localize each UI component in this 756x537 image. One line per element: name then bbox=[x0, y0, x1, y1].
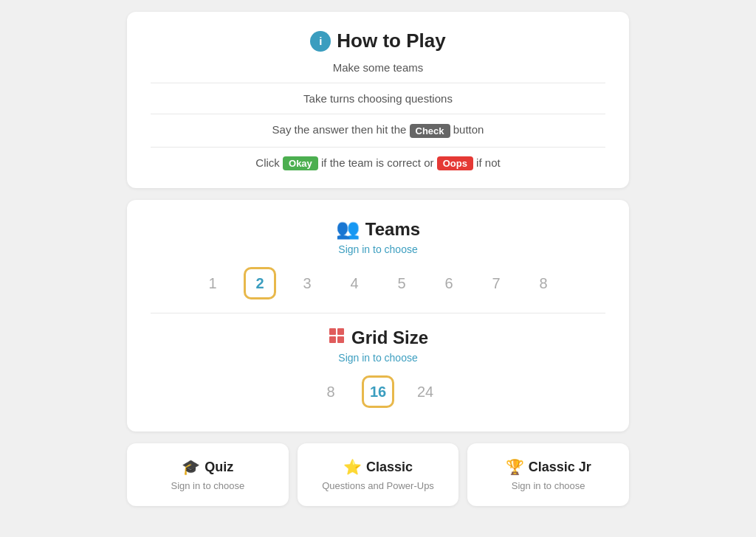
teams-icon: 👥 bbox=[336, 218, 360, 240]
classic-subtitle: Questions and Power-Ups bbox=[309, 480, 447, 491]
mode-card-classic-jr[interactable]: 🏆 Classic Jr Sign in to choose bbox=[467, 443, 629, 506]
grid-size-icon bbox=[328, 327, 346, 349]
quiz-title: Quiz bbox=[205, 460, 233, 475]
classic-jr-title: Classic Jr bbox=[529, 460, 591, 475]
teams-number-2[interactable]: 2 bbox=[244, 267, 276, 299]
teams-number-1[interactable]: 1 bbox=[196, 267, 229, 299]
quiz-icon: 🎓 bbox=[182, 458, 200, 476]
classic-jr-subtitle: Sign in to choose bbox=[479, 480, 617, 491]
grid-number-16[interactable]: 16 bbox=[362, 375, 394, 408]
svg-rect-0 bbox=[329, 328, 336, 335]
classic-jr-icon: 🏆 bbox=[506, 458, 524, 476]
okay-badge: Okay bbox=[283, 156, 318, 170]
mode-cards-row: 🎓 Quiz Sign in to choose ⭐ Classic Quest… bbox=[127, 443, 629, 506]
grid-number-8[interactable]: 8 bbox=[315, 375, 347, 408]
check-badge: Check bbox=[410, 124, 450, 138]
svg-rect-2 bbox=[329, 336, 336, 343]
step-4: Click Okay if the team is correct or Oop… bbox=[151, 156, 605, 171]
mode-card-quiz[interactable]: 🎓 Quiz Sign in to choose bbox=[127, 443, 289, 506]
oops-badge: Oops bbox=[437, 156, 473, 170]
step-2: Take turns choosing questions bbox=[151, 92, 605, 105]
grid-number-24[interactable]: 24 bbox=[409, 375, 441, 408]
teams-grid-card: 👥 Teams Sign in to choose 1 2 3 4 5 6 7 … bbox=[127, 200, 629, 432]
how-to-play-header: i How to Play bbox=[151, 30, 605, 52]
teams-header: 👥 Teams bbox=[151, 218, 605, 240]
teams-number-8[interactable]: 8 bbox=[527, 267, 560, 299]
teams-subtitle: Sign in to choose bbox=[151, 243, 605, 255]
classic-header: ⭐ Classic bbox=[309, 458, 447, 476]
quiz-header: 🎓 Quiz bbox=[139, 458, 277, 476]
teams-number-row: 1 2 3 4 5 6 7 8 bbox=[151, 267, 605, 299]
teams-number-3[interactable]: 3 bbox=[291, 267, 323, 299]
teams-number-7[interactable]: 7 bbox=[480, 267, 512, 299]
how-to-play-steps: Make some teams Take turns choosing ques… bbox=[151, 61, 605, 170]
grid-size-title: Grid Size bbox=[351, 328, 428, 348]
how-to-play-title: How to Play bbox=[337, 30, 445, 52]
classic-icon: ⭐ bbox=[343, 458, 362, 476]
how-to-play-card: i How to Play Make some teams Take turns… bbox=[127, 12, 629, 188]
step-1: Make some teams bbox=[151, 61, 605, 74]
teams-number-5[interactable]: 5 bbox=[385, 267, 418, 299]
grid-number-row: 8 16 24 bbox=[151, 375, 605, 408]
info-icon: i bbox=[310, 31, 331, 52]
classic-jr-header: 🏆 Classic Jr bbox=[479, 458, 617, 476]
teams-number-4[interactable]: 4 bbox=[338, 267, 371, 299]
classic-title: Classic bbox=[366, 460, 413, 475]
teams-title: Teams bbox=[365, 219, 420, 240]
svg-rect-1 bbox=[337, 328, 344, 335]
mode-card-classic[interactable]: ⭐ Classic Questions and Power-Ups bbox=[298, 443, 459, 506]
svg-rect-3 bbox=[337, 336, 344, 343]
grid-size-subtitle: Sign in to choose bbox=[151, 352, 605, 364]
teams-number-6[interactable]: 6 bbox=[433, 267, 465, 299]
step-3: Say the answer then hit the Check button bbox=[151, 123, 605, 138]
quiz-subtitle: Sign in to choose bbox=[139, 480, 277, 491]
grid-size-header: Grid Size bbox=[151, 327, 605, 349]
